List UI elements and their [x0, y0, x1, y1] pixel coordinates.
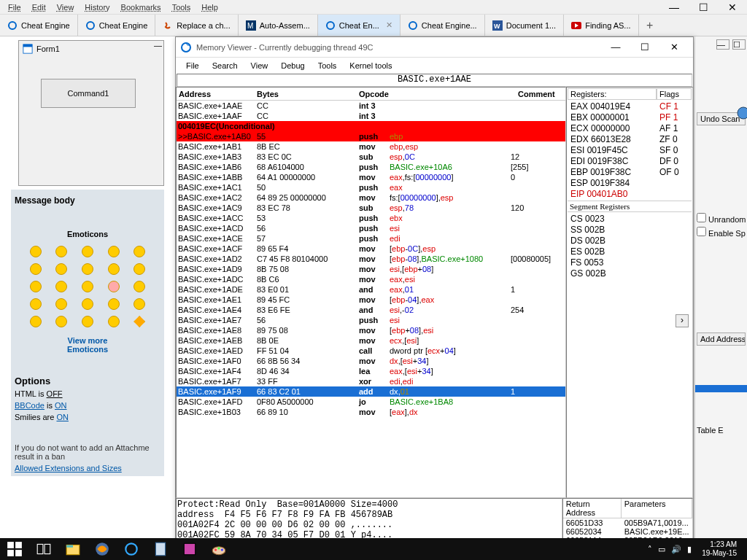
disasm-row[interactable]: BASIC.exe+1AAECCint 3 [177, 101, 565, 111]
windows-taskbar[interactable]: ˄ ▭ 🔊 ▮ 1:23 AM19-May-15 [0, 538, 747, 560]
main-menubar[interactable]: File Edit View History Bookmarks Tools H… [0, 0, 747, 15]
ce-max[interactable]: ☐ [732, 39, 746, 50]
maximize-button[interactable]: ☐ [689, 0, 718, 15]
emoticon[interactable] [30, 316, 42, 327]
browser-tab[interactable]: Finding AS... [564, 15, 638, 36]
emoticon[interactable] [82, 298, 93, 310]
disasm-row[interactable]: BASIC.exe+1AD98B 75 08movesi,[ebp+08] [177, 264, 565, 274]
disasm-row[interactable]: BASIC.exe+1AD2C7 45 F8 80104000mov[ebp-0… [177, 254, 565, 264]
bbcode-link[interactable]: BBCode [15, 401, 44, 410]
browser-tab[interactable]: Replace a ch... [155, 15, 238, 36]
emoticon[interactable] [55, 246, 67, 257]
command1-button[interactable]: Command1 [41, 79, 136, 108]
register-edi[interactable]: EDI 0019F38C [570, 156, 654, 166]
close-button[interactable]: ✕ [718, 0, 747, 15]
disasm-row[interactable]: BASIC.exe+1AC150pusheax [177, 182, 565, 192]
col-address[interactable]: Address [177, 90, 257, 98]
menu-file[interactable]: File [4, 1, 26, 12]
disasm-row[interactable]: BASIC.exe+1AC983 EC 78subesp,78120 [177, 203, 565, 213]
mv-minimize[interactable]: — [601, 39, 630, 56]
add-address-button[interactable]: Add Address M [697, 332, 746, 346]
segment-fs[interactable]: FS 0053 [570, 257, 689, 268]
emoticon[interactable] [82, 316, 93, 327]
register-ebp[interactable]: EBP 0019F38C [570, 167, 654, 177]
network-icon[interactable]: ▮ [687, 545, 692, 554]
cheatengine-taskbar-icon[interactable] [117, 538, 146, 560]
disasm-row[interactable]: BASIC.exe+1AB18B ECmovebp,esp [177, 141, 565, 152]
bbcode-state[interactable]: ON [55, 401, 67, 410]
disasm-row[interactable]: BASIC.exe+1AEB8B 0Emovecx,[esi] [177, 335, 565, 346]
emoticon[interactable] [30, 263, 42, 275]
emoticon[interactable] [108, 281, 120, 292]
mv-menu-view[interactable]: View [245, 60, 274, 71]
mv-maximize[interactable]: ☐ [630, 39, 659, 56]
emoticon[interactable] [82, 281, 93, 292]
browser-tab[interactable]: Cheat Engine [78, 15, 156, 36]
emoticon[interactable] [55, 263, 67, 275]
col-comment[interactable]: Comment [518, 90, 565, 98]
disasm-row[interactable]: BASIC.exe+1ACF89 65 F4mov[ebp-0C],esp [177, 244, 565, 254]
disasm-row[interactable]: >>BASIC.exe+1AB055pushebp [177, 131, 565, 141]
segment-cs[interactable]: CS 0023 [570, 214, 689, 224]
browser-tab[interactable]: Cheat Engine... [400, 15, 485, 36]
emoticon[interactable] [30, 246, 42, 257]
disasm-row[interactable]: BASIC.exe+1ACE57pushedi [177, 233, 565, 244]
disasm-row[interactable]: BASIC.exe+1AF733 FFxoredi,edi [177, 376, 565, 386]
register-esp[interactable]: ESP 0019F384 [570, 178, 654, 188]
mv-address-bar[interactable]: BASIC.exe+1AAE [177, 74, 692, 87]
segment-ds[interactable]: DS 002B [570, 236, 689, 246]
form1-titlebar[interactable]: Form1 — [19, 41, 163, 57]
flag-sf[interactable]: SF 0 [659, 145, 689, 155]
mv-close[interactable]: ✕ [659, 39, 689, 56]
disasm-row[interactable]: BASIC.exe+1AAFCCint 3 [177, 111, 565, 121]
disasm-row[interactable]: BASIC.exe+1ACC53pushebx [177, 213, 565, 223]
battery-icon[interactable]: ▭ [658, 545, 665, 554]
emoticon[interactable] [82, 263, 93, 275]
emoticon[interactable] [30, 298, 42, 310]
register-ebx[interactable]: EBX 00000001 [570, 112, 654, 122]
disasm-row[interactable]: BASIC.exe+1B0366 89 10mov[eax],dx [177, 407, 565, 417]
flag-cf[interactable]: CF 1 [659, 101, 689, 112]
menu-view[interactable]: View [53, 1, 79, 12]
disassembly-panel[interactable]: Address Bytes Opcode Comment BASIC.exe+1… [176, 87, 566, 498]
minimize-button[interactable]: — [659, 0, 689, 15]
emoticon[interactable] [108, 263, 120, 275]
disasm-row[interactable]: BASIC.exe+1ABB64 A1 00000000moveax,fs:[0… [177, 172, 565, 182]
notepad-taskbar-icon[interactable] [146, 538, 175, 560]
firefox-taskbar-icon[interactable] [88, 538, 117, 560]
tray-expand[interactable]: ˄ [648, 545, 652, 554]
disasm-row[interactable]: BASIC.exe+1AE889 75 08mov[ebp+08],esi [177, 325, 565, 335]
col-bytes[interactable]: Bytes [257, 90, 359, 98]
disasm-row[interactable]: BASIC.exe+1AE189 45 FCmov[ebp-04],eax [177, 295, 565, 305]
emoticon[interactable] [82, 246, 93, 257]
disasm-row[interactable]: BASIC.exe+1ADE83 E0 01andeax,011 [177, 284, 565, 295]
unrandomize-checkbox[interactable] [697, 213, 706, 222]
taskview-button[interactable] [29, 538, 58, 560]
segment-gs[interactable]: GS 002B [570, 268, 689, 279]
allowed-extensions-link[interactable]: Allowed Extensions and Sizes [15, 464, 122, 472]
menu-bookmarks[interactable]: Bookmarks [117, 1, 166, 12]
disasm-row[interactable]: BASIC.exe+1AB383 EC 0Csubesp,0C12 [177, 152, 565, 162]
register-eip[interactable]: EIP 00401AB0 [570, 189, 654, 199]
mv-titlebar[interactable]: Memory Viewer - Currently debugging thre… [176, 37, 693, 58]
browser-tab[interactable]: MAuto-Assem... [239, 15, 318, 36]
ce-min[interactable]: — [716, 39, 729, 50]
segment-es[interactable]: ES 002B [570, 246, 689, 257]
disasm-row[interactable]: BASIC.exe+1ADC8B C6moveax,esi [177, 274, 565, 284]
mv-menu-tools[interactable]: Tools [312, 60, 343, 71]
stack-col-return[interactable]: Return Address [563, 499, 622, 518]
emoticon[interactable] [108, 298, 120, 310]
flag-of[interactable]: OF 0 [659, 167, 689, 177]
stack-row[interactable]: 66052034BASIC.exe+19E... [563, 527, 692, 536]
mv-menu-file[interactable]: File [180, 60, 205, 71]
browser-tab[interactable]: Cheat Engine [0, 15, 78, 36]
mv-menu-debug[interactable]: Debug [275, 60, 310, 71]
explorer-taskbar-icon[interactable] [58, 538, 88, 560]
emoticon[interactable] [55, 298, 67, 310]
segment-ss[interactable]: SS 002B [570, 225, 689, 235]
menu-edit[interactable]: Edit [28, 1, 50, 12]
browser-tab[interactable]: WDocument 1... [485, 15, 564, 36]
emoticon[interactable] [133, 316, 145, 327]
form1-minimize[interactable]: — [154, 41, 162, 50]
flag-zf[interactable]: ZF 0 [659, 134, 689, 144]
